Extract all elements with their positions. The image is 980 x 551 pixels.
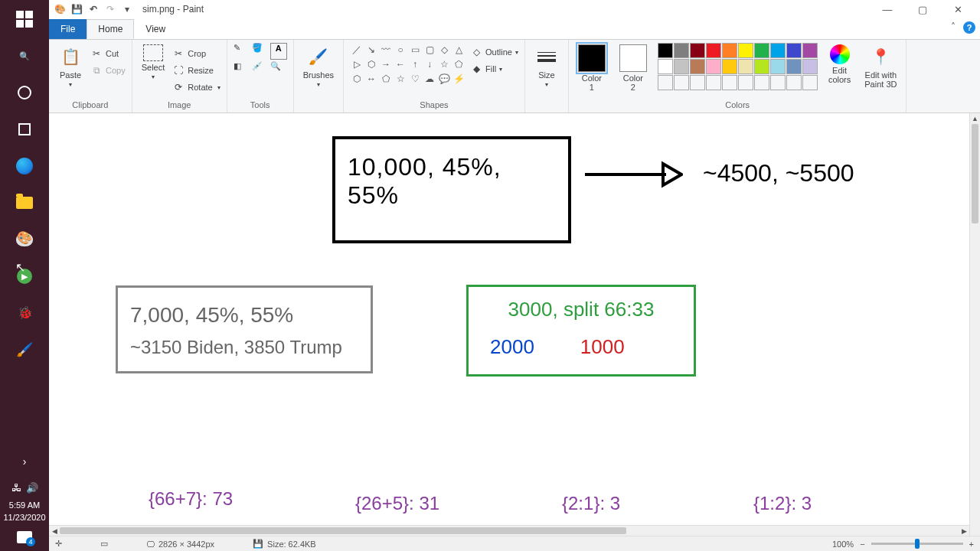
taskbar-app-edge[interactable] xyxy=(6,148,43,184)
scroll-left-icon[interactable]: ◀ xyxy=(49,526,60,536)
undo-icon[interactable]: ↶ xyxy=(87,3,100,15)
color-swatch[interactable] xyxy=(722,59,737,74)
ribbon-group-brushes: 🖌️ Brushes ▾ xyxy=(294,40,344,112)
color-swatch[interactable] xyxy=(690,59,705,74)
search-button[interactable]: 🔍 xyxy=(6,38,43,73)
group-label: Shapes xyxy=(420,100,448,111)
system-tray[interactable]: 🖧 🔊 xyxy=(0,479,49,497)
picker-tool[interactable]: 💉 xyxy=(252,61,269,78)
ribbon-group-clipboard: 📋 Paste ▾ ✂Cut ⧉Copy Clipboard xyxy=(49,40,132,112)
ribbon-group-colors: Color 1 Color 2 Edit colors xyxy=(569,40,907,112)
shape-fill-button[interactable]: ◆Fill▾ xyxy=(470,61,518,77)
network-icon[interactable]: 🖧 xyxy=(11,482,21,494)
maximize-button[interactable]: ▢ xyxy=(905,0,940,18)
magnifier-tool[interactable]: 🔍 xyxy=(270,61,287,78)
color-swatch[interactable] xyxy=(738,43,753,58)
tab-file[interactable]: File xyxy=(49,19,87,39)
select-button[interactable]: Select ▾ xyxy=(139,43,168,82)
paint3d-button[interactable]: 📍 Edit with Paint 3D xyxy=(861,43,900,90)
color-swatch[interactable] xyxy=(786,59,802,74)
taskbar-app-debug[interactable]: 🐞 xyxy=(6,295,43,331)
edge-icon xyxy=(16,158,33,174)
taskbar-expand[interactable]: › xyxy=(6,444,43,479)
color-swatch[interactable] xyxy=(690,43,705,58)
color-swatch[interactable] xyxy=(706,43,721,58)
zoom-in-button[interactable]: + xyxy=(969,540,974,549)
color-swatch[interactable] xyxy=(658,59,673,74)
zoom-slider-knob[interactable] xyxy=(915,539,920,549)
scroll-right-icon[interactable]: ▶ xyxy=(959,526,969,536)
volume-icon[interactable]: 🔊 xyxy=(26,482,38,494)
copy-button[interactable]: ⧉Copy xyxy=(90,63,126,78)
color-swatch[interactable] xyxy=(674,59,689,74)
scrollbar-thumb[interactable] xyxy=(972,124,978,223)
save-icon[interactable]: 💾 xyxy=(70,3,83,15)
scrollbar-thumb[interactable] xyxy=(60,527,626,534)
taskbar-app-green[interactable]: ▶ xyxy=(6,259,43,294)
taskbar-app-paint[interactable]: 🖌️ xyxy=(6,332,43,367)
scroll-up-icon[interactable]: ▲ xyxy=(970,113,980,124)
action-center-icon[interactable] xyxy=(17,531,32,543)
canvas-rect-grey: 7,000, 45%, 55% ~3150 Biden, 3850 Trump xyxy=(116,285,373,373)
shapes-gallery[interactable]: ／↘〰○▭▢◇△ ▷⬡→←↑↓☆⬠ ⬡↔⬠☆♡☁💬⚡ xyxy=(350,43,466,86)
group-label: Tools xyxy=(250,100,270,111)
drawing-canvas[interactable]: 10,000, 45%, 55% ~4500, ~5500 7,000, 45%… xyxy=(49,113,969,525)
size-button[interactable]: Size ▾ xyxy=(531,43,562,90)
collapse-ribbon-icon[interactable]: ˄ xyxy=(951,21,956,34)
shape-outline-button[interactable]: ◇Outline▾ xyxy=(470,44,518,60)
canvas-rect-black: 10,000, 45%, 55% xyxy=(332,136,571,243)
cut-icon: ✂ xyxy=(90,47,103,60)
start-button[interactable] xyxy=(6,2,43,37)
color-swatch[interactable] xyxy=(658,43,673,58)
edit-colors-button[interactable]: Edit colors xyxy=(825,43,854,86)
close-button[interactable]: ✕ xyxy=(940,0,975,18)
color-swatch[interactable] xyxy=(706,59,721,74)
taskbar-clock[interactable]: 5:59 AM 11/23/2020 xyxy=(3,497,45,527)
qat-dropdown-icon[interactable]: ▾ xyxy=(121,3,133,15)
select-icon xyxy=(143,44,163,61)
color2-button[interactable]: Color 2 xyxy=(616,43,650,93)
minimize-button[interactable]: — xyxy=(870,0,905,18)
ribbon: 📋 Paste ▾ ✂Cut ⧉Copy Clipboard Sele xyxy=(49,40,980,113)
canvas-dimensions: 🖵2826 × 3442px xyxy=(146,540,214,549)
cut-button[interactable]: ✂Cut xyxy=(90,46,126,61)
color-swatch[interactable] xyxy=(738,59,753,74)
pencil-tool[interactable]: ✎ xyxy=(234,43,250,60)
taskbar-app-paint-palette[interactable] xyxy=(6,222,43,257)
color-swatch[interactable] xyxy=(674,43,689,58)
canvas-text-purple-1: {66+7}: 73 xyxy=(149,488,233,510)
color-swatch[interactable] xyxy=(722,43,737,58)
text-tool[interactable]: A xyxy=(270,43,287,60)
color-swatch[interactable] xyxy=(770,59,786,74)
color-swatch[interactable] xyxy=(754,43,769,58)
color-swatch[interactable] xyxy=(754,59,769,74)
task-view-button[interactable] xyxy=(6,75,43,110)
color-swatch[interactable] xyxy=(770,43,786,58)
paste-button[interactable]: 📋 Paste ▾ xyxy=(55,43,86,90)
eraser-tool[interactable]: ◧ xyxy=(234,61,250,78)
taskbar-app-virtualdesktop[interactable] xyxy=(6,112,43,147)
taskbar-app-explorer[interactable] xyxy=(6,185,43,220)
rotate-button[interactable]: ⟳Rotate▾ xyxy=(172,80,220,95)
horizontal-scrollbar[interactable]: ◀ ▶ xyxy=(49,525,969,536)
redo-icon[interactable]: ↷ xyxy=(104,3,116,15)
canvas-rect-green: 3000, split 66:33 20001000 xyxy=(466,285,696,377)
paint-icon: 🖌️ xyxy=(16,341,33,358)
zoom-slider[interactable] xyxy=(871,543,963,545)
resize-button[interactable]: ⛶Resize xyxy=(172,63,220,78)
color-swatch[interactable] xyxy=(786,43,802,58)
title-bar: 🎨 💾 ↶ ↷ ▾ sim.png - Paint — ▢ ✕ xyxy=(49,0,980,18)
color1-button[interactable]: Color 1 xyxy=(575,43,609,93)
ribbon-group-image: Select ▾ ✂Crop ⛶Resize ⟳Rotate▾ Image xyxy=(132,40,227,112)
help-icon[interactable]: ? xyxy=(963,21,975,34)
crop-button[interactable]: ✂Crop xyxy=(172,46,220,61)
color-swatch[interactable] xyxy=(802,43,818,58)
clock-date: 11/23/2020 xyxy=(3,512,45,523)
zoom-out-button[interactable]: − xyxy=(860,540,864,549)
fill-tool[interactable]: 🪣 xyxy=(252,43,269,60)
color-swatch[interactable] xyxy=(802,59,818,74)
tab-view[interactable]: View xyxy=(134,19,177,39)
brushes-button[interactable]: 🖌️ Brushes ▾ xyxy=(300,43,337,90)
vertical-scrollbar[interactable]: ▲ ▼ xyxy=(969,113,980,551)
tab-home[interactable]: Home xyxy=(87,19,134,39)
